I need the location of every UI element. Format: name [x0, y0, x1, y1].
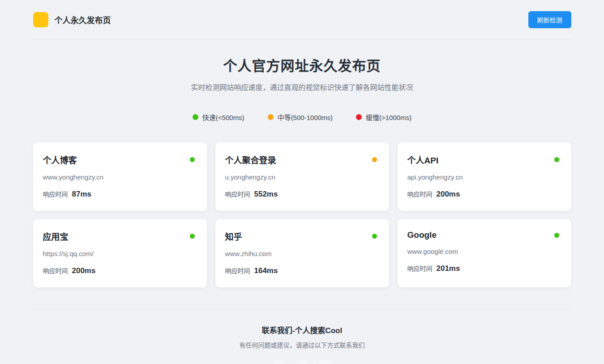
status-dot-icon [190, 157, 195, 162]
legend-item-medium: 中等(500-1000ms) [268, 112, 333, 122]
legend-label: 快速(<500ms) [202, 112, 244, 122]
footer-subtitle: 有任何问题或建议，请通过以下方式联系我们 [33, 340, 571, 349]
site-name: 个人博客 [43, 154, 77, 166]
page-subtitle: 实时检测网站响应速度，通过直观的视觉标识快速了解各网站性能状况 [33, 81, 571, 92]
site-card-grid: 个人博客 www.yonghengzy.cn 响应时间 87ms 个人聚合登录 … [33, 142, 571, 287]
response-row: 响应时间 201ms [407, 264, 561, 273]
response-label: 响应时间 [225, 266, 250, 275]
page-container: 个人永久发布页 刷新检测 个人官方网址永久发布页 实时检测网站响应速度，通过直观… [33, 0, 571, 364]
slow-dot-icon [356, 114, 362, 120]
response-label: 响应时间 [407, 189, 433, 198]
response-row: 响应时间 164ms [225, 266, 378, 275]
status-dot-icon [190, 234, 195, 239]
response-value: 87ms [72, 190, 91, 199]
card-head: 知乎 [225, 230, 378, 242]
page-title: 个人官方网址永久发布页 [33, 55, 571, 75]
site-url: www.yonghengzy.cn [43, 173, 196, 181]
footer: 联系我们-个人搜索Cool 有任何问题或建议，请通过以下方式联系我们 微 Q 邮… [33, 324, 571, 364]
legend-item-fast: 快速(<500ms) [193, 112, 244, 122]
site-url: u.yonghengzy.cn [225, 173, 378, 181]
response-label: 响应时间 [225, 189, 250, 198]
site-url: www.google.com [407, 248, 561, 255]
response-value: 200ms [437, 190, 460, 199]
card-head: 个人API [407, 154, 561, 166]
response-value: 164ms [254, 266, 278, 275]
response-row: 响应时间 87ms [43, 189, 196, 199]
response-label: 响应时间 [407, 264, 433, 273]
response-value: 201ms [437, 264, 460, 273]
card-head: Google [407, 230, 561, 240]
site-card-api[interactable]: 个人API api.yonghengzy.cn 响应时间 200ms [398, 142, 571, 211]
legend-item-slow: 缓慢(>1000ms) [356, 112, 411, 122]
response-row: 响应时间 552ms [225, 189, 378, 199]
footer-title: 联系我们-个人搜索Cool [33, 324, 571, 335]
site-logo-icon [33, 12, 48, 27]
site-name: 个人API [407, 154, 439, 166]
response-value: 200ms [72, 266, 96, 275]
speed-legend: 快速(<500ms) 中等(500-1000ms) 缓慢(>1000ms) [33, 112, 571, 122]
site-url: https://sj.qq.com/ [43, 250, 196, 257]
card-head: 个人聚合登录 [225, 154, 378, 166]
refresh-check-button[interactable]: 刷新检测 [528, 11, 571, 28]
site-title: 个人永久发布页 [55, 14, 111, 26]
header: 个人永久发布页 刷新检测 [33, 0, 571, 39]
contact-icons-row: 微 Q 邮 [33, 360, 571, 364]
card-head: 应用宝 [43, 230, 196, 242]
status-dot-icon [372, 234, 377, 239]
site-name: Google [407, 230, 437, 240]
site-card-aggregate-login[interactable]: 个人聚合登录 u.yonghengzy.cn 响应时间 552ms [215, 142, 389, 211]
response-value: 552ms [254, 190, 278, 199]
site-url: api.yonghengzy.cn [407, 173, 561, 181]
site-name: 应用宝 [43, 230, 69, 242]
site-card-zhihu[interactable]: 知乎 www.zhihu.com 响应时间 164ms [215, 219, 389, 287]
response-row: 响应时间 200ms [43, 266, 196, 275]
legend-label: 中等(500-1000ms) [278, 112, 333, 122]
hero-section: 个人官方网址永久发布页 实时检测网站响应速度，通过直观的视觉标识快速了解各网站性… [33, 55, 571, 92]
footer-divider [33, 310, 571, 310]
status-dot-icon [554, 157, 559, 162]
card-head: 个人博客 [43, 154, 196, 166]
medium-dot-icon [268, 114, 274, 120]
site-card-blog[interactable]: 个人博客 www.yonghengzy.cn 响应时间 87ms [33, 142, 207, 211]
status-dot-icon [372, 157, 377, 162]
site-name: 个人聚合登录 [225, 154, 276, 166]
status-dot-icon [554, 233, 559, 238]
qq-icon[interactable]: Q [295, 360, 310, 364]
response-row: 响应时间 200ms [407, 189, 561, 199]
wechat-icon[interactable]: 微 [271, 360, 287, 364]
site-card-yingyongbao[interactable]: 应用宝 https://sj.qq.com/ 响应时间 200ms [33, 219, 207, 287]
legend-label: 缓慢(>1000ms) [366, 112, 411, 122]
response-label: 响应时间 [43, 189, 68, 198]
fast-dot-icon [193, 114, 198, 120]
site-card-google[interactable]: Google www.google.com 响应时间 201ms [398, 219, 571, 287]
mail-icon[interactable]: 邮 [318, 360, 333, 364]
response-label: 响应时间 [43, 266, 68, 275]
site-name: 知乎 [225, 230, 242, 242]
site-url: www.zhihu.com [225, 250, 378, 257]
